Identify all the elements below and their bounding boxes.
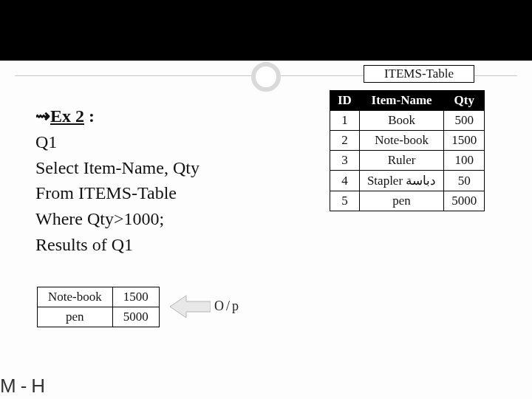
cell-name: Note-book [38, 287, 113, 307]
cell-qty: 5000 [112, 307, 159, 327]
table-row: pen 5000 [38, 307, 160, 327]
query-line: Select Item-Name, Qty [35, 155, 324, 181]
items-table: ID Item-Name Qty 1 Book 500 2 Note-book … [330, 90, 485, 211]
cell-name: Book [359, 111, 443, 131]
cell-name: pen [38, 307, 113, 327]
cell-name: Stapler دباسة [359, 171, 443, 191]
query-line: Where Qty>1000; [35, 206, 324, 232]
cell-id: 1 [330, 111, 360, 131]
cell-id: 2 [330, 131, 360, 151]
bullet-icon: ⇝ [35, 106, 50, 126]
query-line: Q1 [35, 129, 324, 155]
cell-qty: 1500 [444, 131, 485, 151]
table-header-row: ID Item-Name Qty [330, 91, 485, 111]
svg-marker-0 [170, 296, 211, 318]
table-row: 2 Note-book 1500 [330, 131, 485, 151]
cell-qty: 1500 [112, 287, 159, 307]
cell-id: 4 [330, 171, 360, 191]
table-row: 4 Stapler دباسة 50 [330, 171, 485, 191]
cell-qty: 100 [444, 151, 485, 171]
cell-id: 3 [330, 151, 360, 171]
footer-label: M-H [0, 375, 50, 398]
cell-id: 5 [330, 191, 360, 211]
col-id: ID [330, 91, 360, 111]
cell-qty: 500 [444, 111, 485, 131]
table-row: 1 Book 500 [330, 111, 485, 131]
cell-name: pen [359, 191, 443, 211]
table-row: Note-book 1500 [38, 287, 160, 307]
ring-decoration [251, 62, 281, 92]
cell-qty: 50 [444, 171, 485, 191]
cell-name: Ruler [359, 151, 443, 171]
query-line: From ITEMS-Table [35, 180, 324, 206]
cell-name: Note-book [359, 131, 443, 151]
table-row: 3 Ruler 100 [330, 151, 485, 171]
items-table-caption: ITEMS-Table [364, 65, 474, 83]
query-block: ⇝Ex 2 : Q1 Select Item-Name, Qty From IT… [35, 103, 324, 258]
title-bar [0, 0, 532, 61]
col-qty: Qty [444, 91, 485, 111]
cell-qty: 5000 [444, 191, 485, 211]
col-name: Item-Name [359, 91, 443, 111]
colon: : [84, 106, 95, 126]
query-line: Results of Q1 [35, 232, 324, 258]
table-row: 5 pen 5000 [330, 191, 485, 211]
result-table: Note-book 1500 pen 5000 [37, 287, 160, 327]
example-link[interactable]: Ex 2 [50, 106, 84, 126]
example-heading: ⇝Ex 2 : [35, 103, 324, 129]
arrow-left-icon [170, 294, 211, 322]
output-label: O/p [214, 299, 241, 314]
